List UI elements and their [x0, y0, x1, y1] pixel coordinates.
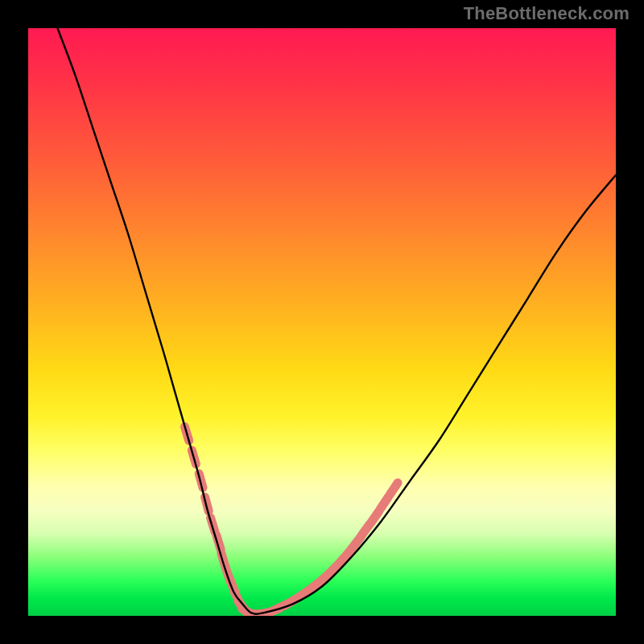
watermark-text: TheBottleneck.com: [464, 3, 630, 24]
plot-area: [28, 28, 616, 616]
chart-overlay: [28, 28, 616, 616]
highlight-bead: [390, 483, 398, 495]
highlight-bead: [371, 511, 379, 523]
chart-stage: TheBottleneck.com: [0, 0, 644, 644]
v-curve-line: [58, 28, 617, 614]
highlight-beads-group: [185, 427, 398, 616]
highlight-bead: [380, 497, 388, 509]
